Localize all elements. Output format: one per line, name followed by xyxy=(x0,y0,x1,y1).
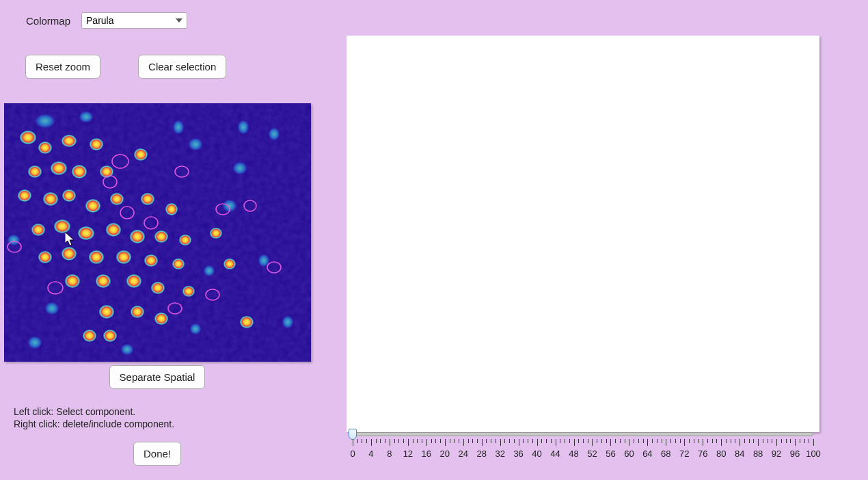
tick-label: 36 xyxy=(513,449,523,459)
tick-label: 72 xyxy=(679,449,689,459)
svg-point-2 xyxy=(36,114,55,128)
tick-label: 4 xyxy=(368,449,373,459)
reset-zoom-button[interactable]: Reset zoom xyxy=(25,55,100,79)
tick-label: 12 xyxy=(403,449,413,459)
tick-label: 24 xyxy=(459,449,468,459)
svg-point-26 xyxy=(134,148,148,161)
svg-point-6 xyxy=(238,120,249,134)
svg-point-36 xyxy=(78,226,94,240)
help-line-2: Right click: delete/include component. xyxy=(14,418,174,430)
slider-track[interactable] xyxy=(353,432,813,436)
tick-label: 100 xyxy=(806,449,821,459)
svg-point-18 xyxy=(20,131,36,144)
svg-point-31 xyxy=(110,193,124,205)
svg-point-54 xyxy=(240,316,254,328)
svg-point-30 xyxy=(85,199,100,213)
svg-point-13 xyxy=(233,162,247,174)
tick-label: 28 xyxy=(476,449,486,459)
chevron-down-icon xyxy=(176,18,182,23)
tick-label: 44 xyxy=(550,449,560,459)
tick-label: 80 xyxy=(716,449,726,459)
svg-point-17 xyxy=(121,344,133,355)
svg-point-34 xyxy=(54,219,70,233)
trace-plot-area[interactable] xyxy=(347,36,819,432)
svg-point-22 xyxy=(51,161,67,175)
svg-point-37 xyxy=(106,223,121,237)
tick-label: 68 xyxy=(661,449,670,459)
spatial-components-image[interactable] xyxy=(4,103,311,362)
tick-label: 52 xyxy=(587,449,597,459)
svg-point-28 xyxy=(43,192,58,206)
svg-point-49 xyxy=(126,274,141,288)
colormap-select[interactable]: Parula xyxy=(81,12,187,29)
colormap-label: Colormap xyxy=(26,15,70,27)
svg-point-52 xyxy=(210,228,222,239)
svg-point-47 xyxy=(65,274,80,288)
svg-point-16 xyxy=(45,302,59,315)
svg-point-59 xyxy=(103,330,117,342)
svg-point-7 xyxy=(269,128,280,140)
tick-label: 76 xyxy=(698,449,707,459)
svg-point-4 xyxy=(173,120,184,134)
separate-spatial-button[interactable]: Separate Spatial xyxy=(109,365,206,389)
help-text: Left click: Select component. Right clic… xyxy=(14,405,174,430)
svg-point-5 xyxy=(189,138,202,150)
svg-point-33 xyxy=(165,203,178,215)
colormap-value: Parula xyxy=(86,15,113,26)
svg-point-48 xyxy=(96,274,111,288)
svg-point-10 xyxy=(28,336,42,349)
svg-point-27 xyxy=(18,189,31,202)
done-button[interactable]: Done! xyxy=(133,442,181,466)
svg-point-21 xyxy=(90,138,103,150)
svg-point-46 xyxy=(172,258,185,269)
tick-label: 40 xyxy=(532,449,541,459)
tick-label: 32 xyxy=(495,449,504,459)
tick-label: 84 xyxy=(735,449,744,459)
svg-point-19 xyxy=(38,142,52,154)
tick-label: 64 xyxy=(642,449,652,459)
clear-selection-button[interactable]: Clear selection xyxy=(138,55,226,79)
svg-point-55 xyxy=(99,305,114,319)
svg-point-20 xyxy=(62,135,77,147)
help-line-1: Left click: Select component. xyxy=(14,405,174,418)
svg-point-41 xyxy=(62,247,77,261)
svg-point-9 xyxy=(282,316,293,328)
tick-label: 8 xyxy=(387,449,392,459)
tick-label: 56 xyxy=(606,449,615,459)
svg-point-3 xyxy=(79,111,93,122)
svg-point-58 xyxy=(83,330,96,342)
tick-label: 48 xyxy=(569,449,578,459)
svg-point-42 xyxy=(38,251,52,263)
tick-label: 88 xyxy=(753,449,763,459)
svg-point-23 xyxy=(28,165,42,178)
svg-point-45 xyxy=(144,254,158,267)
svg-point-39 xyxy=(154,230,168,243)
tick-label: 60 xyxy=(624,449,634,459)
tick-label: 0 xyxy=(350,449,355,459)
svg-point-15 xyxy=(190,323,201,334)
svg-point-57 xyxy=(154,312,168,325)
slider-ticks xyxy=(353,439,813,449)
svg-point-35 xyxy=(31,224,45,236)
svg-point-44 xyxy=(116,250,131,264)
svg-point-56 xyxy=(131,306,144,318)
tick-label: 92 xyxy=(772,449,781,459)
tick-label: 96 xyxy=(790,449,800,459)
svg-point-43 xyxy=(89,250,104,264)
svg-point-14 xyxy=(204,265,215,276)
svg-point-32 xyxy=(141,193,154,205)
slider-tick-labels: 0481216202428323640444852566064687276808… xyxy=(353,449,813,459)
tick-label: 16 xyxy=(422,449,431,459)
svg-point-40 xyxy=(179,235,191,245)
slider-thumb[interactable] xyxy=(349,429,357,440)
tick-label: 20 xyxy=(440,449,450,459)
svg-point-24 xyxy=(72,165,87,178)
svg-point-29 xyxy=(62,189,76,202)
svg-point-53 xyxy=(223,258,236,269)
svg-point-51 xyxy=(182,286,195,297)
svg-point-50 xyxy=(151,282,165,294)
svg-point-38 xyxy=(130,230,145,243)
